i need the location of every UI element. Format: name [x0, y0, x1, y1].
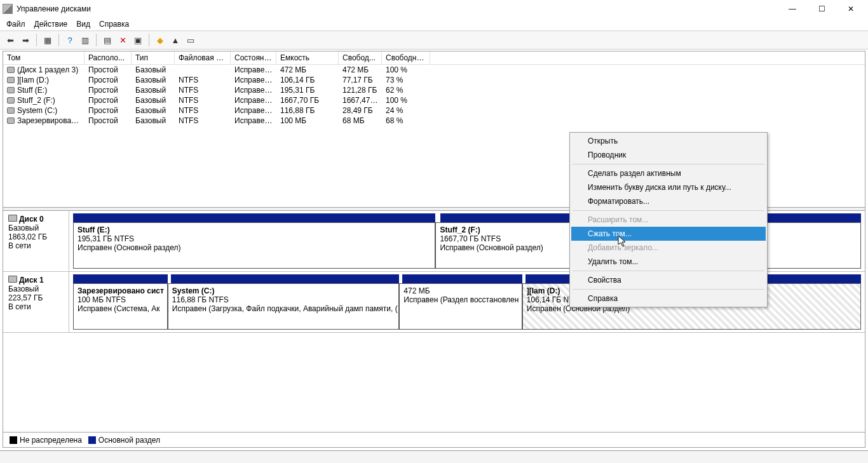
volume-icon — [7, 107, 15, 114]
cm-help[interactable]: Справка — [571, 292, 766, 305]
cm-open[interactable]: Открыть — [571, 134, 766, 148]
close-button[interactable]: ✕ — [836, 0, 865, 18]
delete-icon[interactable]: ✕ — [116, 34, 129, 46]
col-capacity[interactable]: Емкость — [276, 51, 339, 64]
col-free[interactable]: Свобод... — [339, 51, 382, 64]
disk-info-1[interactable]: Диск 1 Базовый 223,57 ГБ В сети — [3, 272, 69, 332]
disk-icon — [8, 215, 17, 222]
disk-info-0[interactable]: Диск 0 Базовый 1863,02 ГБ В сети — [3, 211, 69, 271]
cm-mirror: Добавить зеркало... — [571, 241, 766, 255]
refresh-icon[interactable]: ▤ — [101, 34, 114, 46]
minimize-button[interactable]: — — [778, 0, 807, 18]
cm-props[interactable]: Свойства — [571, 273, 766, 287]
cm-explorer[interactable]: Проводник — [571, 148, 766, 162]
col-layout[interactable]: Располо... — [85, 51, 132, 64]
partition-system-c[interactable]: System (C:) 116,88 ГБ NTFS Исправен (Заг… — [168, 283, 400, 330]
menu-view[interactable]: Вид — [76, 20, 90, 29]
statusbar — [0, 450, 868, 463]
new-icon[interactable]: ◆ — [154, 34, 166, 46]
legend: Не распределена Основной раздел — [3, 432, 865, 447]
cm-change-letter[interactable]: Изменить букву диска или путь к диску... — [571, 180, 766, 194]
help-icon[interactable]: ? — [64, 34, 76, 46]
col-percent[interactable]: Свободно % — [382, 51, 430, 64]
toolbar: ⬅ ➡ ▦ ? ▥ ▤ ✕ ▣ ◆ ▲ ▭ — [0, 30, 868, 50]
volume-icon — [7, 87, 15, 93]
volume-icon — [7, 97, 15, 104]
col-status[interactable]: Состояние — [231, 51, 276, 64]
volume-list-header: Том Располо... Тип Файловая с... Состоян… — [3, 51, 865, 65]
list-icon[interactable]: ▦ — [41, 34, 54, 46]
volume-row[interactable]: Stuff (E:)ПростойБазовыйNTFSИсправен...1… — [3, 85, 865, 95]
legend-unalloc-swatch — [10, 436, 17, 444]
props-icon[interactable]: ▣ — [132, 34, 144, 46]
menubar: Файл Действие Вид Справка — [0, 18, 868, 30]
volume-row[interactable]: System (C:)ПростойБазовыйNTFSИсправен...… — [3, 105, 865, 116]
volume-row[interactable]: Зарезервировано...ПростойБазовыйNTFSИспр… — [3, 116, 865, 126]
view-icon[interactable]: ▭ — [184, 34, 197, 46]
volume-icon — [7, 67, 15, 73]
col-volume[interactable]: Том — [3, 51, 85, 64]
cm-shrink[interactable]: Сжать том... — [571, 227, 766, 241]
partition-reserved[interactable]: Зарезервировано сист 100 МБ NTFS Исправе… — [73, 283, 168, 330]
forward-icon[interactable]: ➡ — [19, 34, 32, 46]
volume-icon — [7, 77, 15, 83]
col-type[interactable]: Тип — [132, 51, 175, 64]
cm-make-active[interactable]: Сделать раздел активным — [571, 166, 766, 180]
disk-icon — [8, 276, 17, 283]
menu-help[interactable]: Справка — [99, 20, 129, 29]
task-icon[interactable]: ▲ — [169, 34, 182, 46]
cm-extend: Расширить том... — [571, 213, 766, 227]
titlebar: Управление дисками — ☐ ✕ — [0, 0, 868, 18]
volume-icon — [7, 117, 15, 124]
settings-icon[interactable]: ▥ — [79, 34, 92, 46]
maximize-button[interactable]: ☐ — [807, 0, 836, 18]
menu-action[interactable]: Действие — [34, 20, 68, 29]
volume-row[interactable]: Stuff_2 (F:)ПростойБазовыйNTFSИсправен..… — [3, 95, 865, 105]
partition-stuff-e[interactable]: Stuff (E:) 195,31 ГБ NTFS Исправен (Осно… — [73, 222, 435, 269]
volume-row[interactable]: ][Iam (D:)ПростойБазовыйNTFSИсправен...1… — [3, 75, 865, 85]
window-title: Управление дисками — [17, 4, 778, 13]
menu-file[interactable]: Файл — [6, 20, 25, 29]
partition-recovery[interactable]: 472 МБ Исправен (Раздел восстановлен — [399, 283, 522, 330]
context-menu: Открыть Проводник Сделать раздел активны… — [569, 132, 768, 307]
col-fs[interactable]: Файловая с... — [175, 51, 231, 64]
legend-primary-swatch — [88, 436, 96, 444]
cm-delete[interactable]: Удалить том... — [571, 255, 766, 269]
app-icon — [3, 4, 13, 14]
cm-format[interactable]: Форматировать... — [571, 194, 766, 208]
back-icon[interactable]: ⬅ — [4, 34, 17, 46]
volume-row[interactable]: (Диск 1 раздел 3)ПростойБазовыйИсправен.… — [3, 65, 865, 75]
